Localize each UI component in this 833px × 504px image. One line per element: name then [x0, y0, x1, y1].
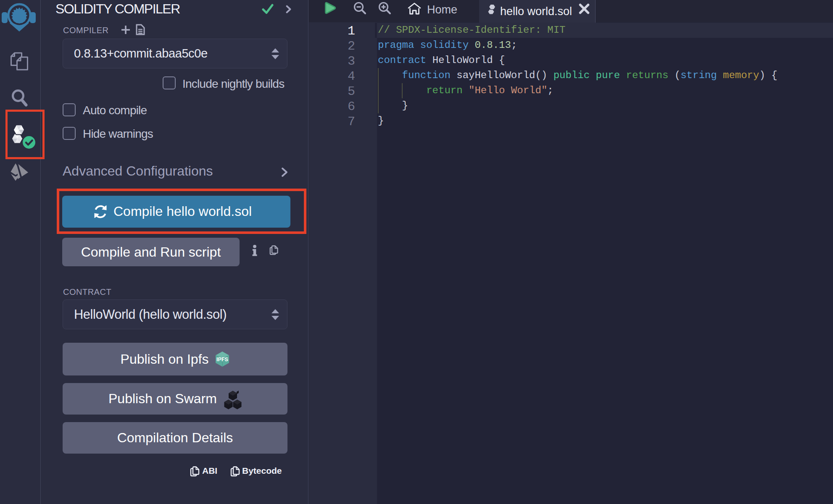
svg-text:IPFS: IPFS — [217, 357, 229, 362]
